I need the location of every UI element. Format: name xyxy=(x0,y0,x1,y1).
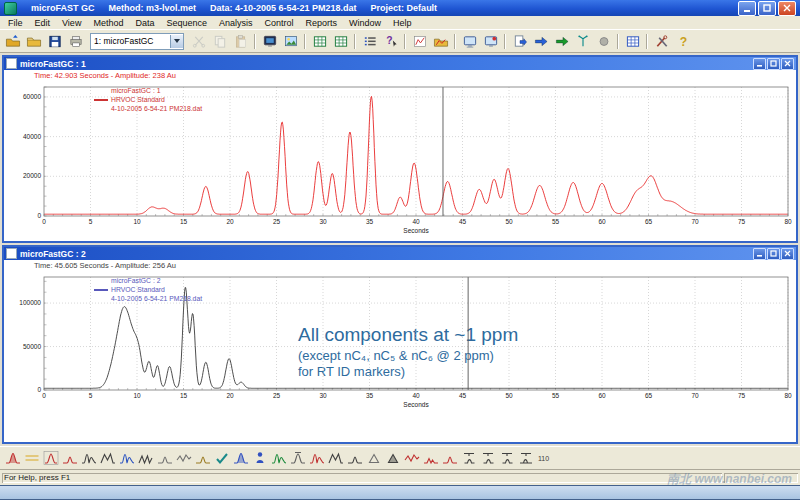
menu-sequence[interactable]: Sequence xyxy=(160,17,213,29)
integration-tool-icon[interactable] xyxy=(308,450,325,467)
svg-text:65: 65 xyxy=(645,218,653,225)
instrument-monitor-icon[interactable] xyxy=(459,31,480,51)
open-method-icon[interactable] xyxy=(2,31,23,51)
integration-tool-icon[interactable] xyxy=(232,450,249,467)
integration-tool-icon[interactable] xyxy=(213,450,230,467)
integration-tool-icon[interactable] xyxy=(384,450,401,467)
integration-tool-icon[interactable] xyxy=(479,450,496,467)
svg-text:15: 15 xyxy=(180,392,188,399)
report-grid-icon[interactable] xyxy=(622,31,643,51)
menu-reports[interactable]: Reports xyxy=(300,17,344,29)
mdi-window-1: microFastGC : 1 Time: 42.903 Seconds - A… xyxy=(2,55,798,243)
open-file-icon[interactable] xyxy=(23,31,44,51)
maximize-button[interactable] xyxy=(758,1,776,16)
close-icon xyxy=(783,4,791,12)
integration-tool-icon[interactable] xyxy=(327,450,344,467)
identify-icon[interactable]: ? xyxy=(380,31,401,51)
menu-method[interactable]: Method xyxy=(87,17,129,29)
child-minimize-button[interactable] xyxy=(753,248,766,260)
chromatogram-plot-2[interactable]: All components at ~1 ppm (except nC₄, nC… xyxy=(6,273,794,412)
integration-tool-icon[interactable] xyxy=(403,450,420,467)
stop-run-icon[interactable] xyxy=(593,31,614,51)
chevron-down-icon[interactable] xyxy=(170,35,183,48)
snapshot-icon[interactable] xyxy=(259,31,280,51)
integration-tool-icon[interactable] xyxy=(346,450,363,467)
child-close-button[interactable] xyxy=(781,58,794,70)
menu-control[interactable]: Control xyxy=(259,17,300,29)
integration-tool-icon[interactable] xyxy=(156,450,173,467)
legend-2-line-3: 4-10-2005 6-54-21 PM218.dat xyxy=(94,295,202,304)
integration-tool-icon[interactable] xyxy=(517,450,534,467)
print-icon[interactable] xyxy=(65,31,86,51)
integration-tool-icon[interactable] xyxy=(460,450,477,467)
peak-list-icon[interactable] xyxy=(359,31,380,51)
instrument-selector-value: 1: microFastGC xyxy=(91,36,170,46)
help-icon[interactable]: ? xyxy=(672,31,693,51)
integration-tool-icon[interactable]: 110 xyxy=(536,450,553,467)
chromatogram-plot-1[interactable]: microFastGC : 1 HRVOC Standard 4-10-2005… xyxy=(6,83,794,238)
integration-tool-icon[interactable] xyxy=(118,450,135,467)
integration-tool-icon[interactable] xyxy=(175,450,192,467)
menu-window[interactable]: Window xyxy=(343,17,387,29)
paste-icon[interactable] xyxy=(230,31,251,51)
calibration-curve-icon[interactable] xyxy=(409,31,430,51)
close-icon xyxy=(784,250,791,257)
menu-help[interactable]: Help xyxy=(387,17,418,29)
results-table-icon[interactable] xyxy=(309,31,330,51)
svg-text:70: 70 xyxy=(691,392,699,399)
download-method-icon[interactable] xyxy=(509,31,530,51)
child-restore-button[interactable] xyxy=(767,248,780,260)
mdi-window-2-titlebar[interactable]: microFastGC : 2 xyxy=(4,247,796,260)
start-run-icon[interactable] xyxy=(530,31,551,51)
integration-tool-icon[interactable] xyxy=(137,450,154,467)
svg-text:45: 45 xyxy=(459,218,467,225)
integration-tool-icon[interactable] xyxy=(365,450,382,467)
mdi-window-1-titlebar[interactable]: microFastGC : 1 xyxy=(4,57,796,70)
child-minimize-button[interactable] xyxy=(753,58,766,70)
svg-text:35: 35 xyxy=(366,392,374,399)
open-chromatogram-icon[interactable] xyxy=(430,31,451,51)
instrument-status-icon[interactable] xyxy=(480,31,501,51)
cut-icon[interactable] xyxy=(188,31,209,51)
svg-text:25: 25 xyxy=(273,218,281,225)
integration-tool-icon[interactable] xyxy=(42,450,59,467)
svg-text:10: 10 xyxy=(133,392,141,399)
menu-analysis[interactable]: Analysis xyxy=(213,17,259,29)
start-sequence-icon[interactable] xyxy=(551,31,572,51)
minimize-button[interactable] xyxy=(738,1,756,16)
integration-tool-icon[interactable] xyxy=(99,450,116,467)
integration-tool-icon[interactable] xyxy=(80,450,97,467)
menu-edit[interactable]: Edit xyxy=(29,17,57,29)
menu-view[interactable]: View xyxy=(56,17,87,29)
child-close-button[interactable] xyxy=(781,248,794,260)
integration-tool-icon[interactable] xyxy=(270,450,287,467)
svg-text:35: 35 xyxy=(366,218,374,225)
integration-tool-icon[interactable] xyxy=(251,450,268,467)
calibration-table-icon[interactable] xyxy=(330,31,351,51)
integration-tool-icon[interactable] xyxy=(194,450,211,467)
run-tools-icon[interactable] xyxy=(651,31,672,51)
svg-text:60000: 60000 xyxy=(23,93,41,100)
menu-file[interactable]: File xyxy=(2,17,29,29)
close-button[interactable] xyxy=(778,1,796,16)
integration-tool-icon[interactable] xyxy=(23,450,40,467)
integration-tool-icon[interactable] xyxy=(289,450,306,467)
image-icon[interactable] xyxy=(280,31,301,51)
integration-tool-icon[interactable] xyxy=(498,450,515,467)
instrument-selector[interactable]: 1: microFastGC xyxy=(90,33,184,50)
integration-tool-icon[interactable] xyxy=(441,450,458,467)
toolbar-separator xyxy=(254,34,256,49)
integration-tool-icon[interactable] xyxy=(61,450,78,467)
integration-tool-icon[interactable] xyxy=(422,450,439,467)
connect-icon[interactable] xyxy=(572,31,593,51)
legend-2-line-1: microFastGC : 2 xyxy=(94,277,202,286)
copy-icon[interactable] xyxy=(209,31,230,51)
menu-data[interactable]: Data xyxy=(129,17,160,29)
integration-tool-icon[interactable] xyxy=(4,450,21,467)
svg-text:55: 55 xyxy=(552,392,560,399)
child-restore-button[interactable] xyxy=(767,58,780,70)
svg-text:75: 75 xyxy=(738,218,746,225)
save-icon[interactable] xyxy=(44,31,65,51)
svg-text:110: 110 xyxy=(538,455,549,462)
svg-text:65: 65 xyxy=(645,392,653,399)
